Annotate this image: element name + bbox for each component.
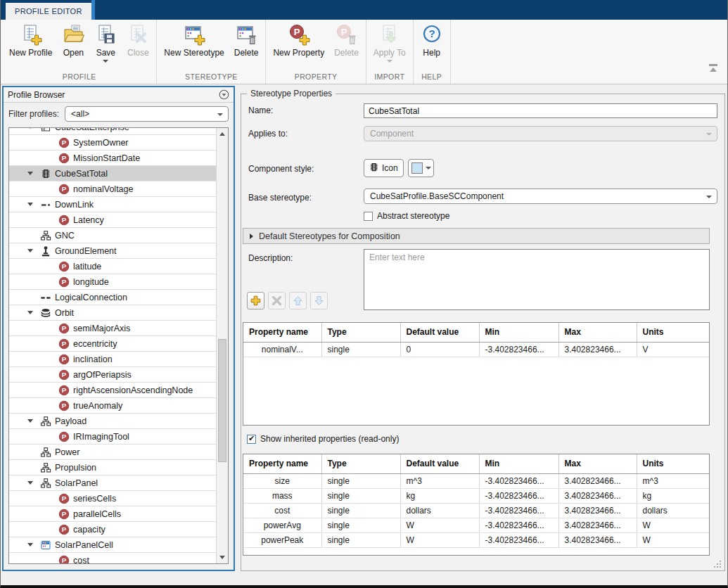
default-stereotypes-section[interactable]: Default Stereotypes for Composition (243, 228, 710, 244)
tree-item-cubesattotal[interactable]: CubeSatTotal (9, 166, 216, 181)
expand-caret-icon[interactable] (26, 311, 34, 314)
expand-caret-icon[interactable] (26, 203, 34, 206)
table-row[interactable]: costsingledollars-3.402823466...3.402823… (243, 503, 709, 518)
chevron-right-icon (250, 234, 253, 239)
tree-item-label: GroundElement (55, 246, 117, 256)
ribbon-button-new-property[interactable]: PNew Property (268, 22, 329, 58)
component-icon (40, 462, 51, 473)
abstract-stereotype-checkbox[interactable] (364, 212, 373, 221)
table-cell: dollars (637, 503, 709, 518)
tree-item-solarpanel[interactable]: SolarPanel (9, 475, 216, 491)
table-cell[interactable]: 0 (400, 342, 479, 357)
property-icon: P (58, 369, 70, 381)
tree-item-gnc[interactable]: GNC (9, 228, 216, 243)
tree-item-cost[interactable]: Pcost (9, 553, 216, 564)
resize-grip[interactable] (714, 561, 721, 568)
tree-item-power[interactable]: Power (9, 445, 216, 460)
ribbon-button-new-stereotype[interactable]: New Stereotype (159, 22, 229, 58)
ribbon-button-label: Apply To (373, 48, 406, 58)
table-row[interactable]: sizesinglem^3-3.402823466...3.402823466.… (243, 473, 709, 488)
arrow-down-icon (313, 295, 325, 307)
ribbon-group-label: IMPORT (369, 71, 411, 84)
tree-item-label: seriesCells (73, 494, 116, 504)
tree-item-logicalconnection[interactable]: LogicalConnection (9, 290, 216, 305)
tree-item-cubesatenterprise[interactable]: CubeSatEnterprise (9, 127, 216, 135)
tree-item-trueanomaly[interactable]: PtrueAnomaly (9, 398, 216, 414)
tree-item-irimagingtool[interactable]: PIRImagingTool (9, 429, 216, 445)
table-cell[interactable]: 3.402823466... (558, 342, 637, 357)
tree-item-longitude[interactable]: Plongitude (9, 274, 216, 290)
expand-caret-icon[interactable] (26, 419, 34, 423)
delete-property-icon: P (335, 23, 357, 46)
collapse-ribbon-icon[interactable] (708, 64, 719, 72)
tree-item-rightascensionascendingnode[interactable]: PrightAscensionAscendingNode (9, 383, 216, 398)
expand-caret-icon[interactable] (26, 127, 34, 129)
scrollbar-thumb[interactable] (218, 339, 226, 462)
expand-caret-icon[interactable] (26, 249, 34, 253)
name-input[interactable] (364, 103, 717, 118)
add-property-button[interactable] (247, 292, 264, 309)
tree-item-nominalvoltage[interactable]: PnominalVoltage (9, 181, 216, 197)
tree-item-propulsion[interactable]: Propulsion (9, 460, 216, 475)
expand-caret-icon[interactable] (26, 172, 34, 175)
help-icon: ? (421, 23, 443, 46)
table-cell: 3.402823466... (558, 488, 637, 503)
tree-item-capacity[interactable]: Pcapacity (9, 522, 216, 537)
column-header-units: Units (637, 454, 709, 473)
ribbon-group-help: ?HelpHELP (414, 20, 451, 84)
tree-item-latency[interactable]: PLatency (9, 212, 216, 228)
tree-item-parallelcells[interactable]: PparallelCells (9, 506, 216, 522)
ribbon-button-save[interactable]: Save (89, 22, 122, 63)
tree-item-label: IRImagingTool (73, 432, 129, 442)
table-cell[interactable]: single (321, 342, 400, 357)
tree-item-seriescells[interactable]: PseriesCells (9, 491, 216, 506)
expand-caret-icon[interactable] (26, 481, 34, 485)
base-stereotype-dropdown[interactable]: CubeSatProfile.BaseSCComponent (364, 188, 717, 204)
tree-item-payload[interactable]: Payload (9, 414, 216, 429)
table-cell[interactable]: V (637, 342, 709, 357)
tree-item-solarpanelcell[interactable]: SolarPanelCell (9, 537, 216, 553)
svg-text:P: P (341, 27, 347, 37)
tree-item-semimajoraxis[interactable]: PsemiMajorAxis (9, 321, 216, 336)
tree-item-inclination[interactable]: Pinclination (9, 352, 216, 367)
ribbon-button-open[interactable]: Open (57, 22, 89, 58)
column-header-default-value: Default value (400, 454, 479, 473)
table-row[interactable]: powerAvgsingleW-3.402823466...3.40282346… (243, 518, 709, 532)
scroll-up-icon[interactable] (217, 128, 228, 140)
tab-profile-editor[interactable]: PROFILE EDITOR (6, 3, 91, 20)
component-icon-button[interactable]: Icon (364, 159, 404, 177)
panel-menu-icon[interactable] (219, 89, 229, 100)
icon-button-label: Icon (382, 163, 398, 173)
tree-item-downlink[interactable]: DownLink (9, 197, 216, 212)
description-textarea[interactable]: Enter text here (364, 249, 710, 310)
profile-editor-window: PROFILE EDITOR New ProfileOpenSaveCloseP… (0, 0, 728, 588)
expand-caret-icon[interactable] (26, 543, 34, 547)
chevron-down-icon (706, 133, 712, 136)
show-inherited-row: Show inherited properties (read-only) (247, 434, 399, 444)
scroll-down-icon[interactable] (217, 551, 228, 563)
tree-item-groundelement[interactable]: GroundElement (9, 243, 216, 259)
table-cell: W (400, 518, 479, 532)
table-row[interactable]: masssinglekg-3.402823466...3.402823466..… (243, 488, 709, 503)
table-cell[interactable]: -3.402823466... (479, 342, 558, 357)
ribbon-button-delete[interactable]: Delete (229, 22, 264, 58)
tree-item-argofperiapsis[interactable]: PargOfPeriapsis (9, 367, 216, 383)
show-inherited-checkbox[interactable] (247, 435, 256, 444)
table-row[interactable]: nominalV...single0-3.402823466...3.40282… (243, 342, 709, 357)
ribbon-group-stereotype: New StereotypeDeleteSTEREOTYPE (157, 20, 266, 84)
property-icon: P (58, 261, 70, 272)
table-row[interactable]: powerPeaksingleW-3.402823466...3.4028234… (243, 532, 709, 547)
filter-profiles-dropdown[interactable]: <all> (65, 106, 229, 122)
tree-item-label: CubeSatEnterprise (55, 127, 129, 132)
svg-text:?: ? (428, 27, 435, 39)
table-cell[interactable]: nominalV... (243, 342, 321, 357)
tree-item-latitude[interactable]: Platitude (9, 259, 216, 274)
tree-item-systemowner[interactable]: PSystemOwner (9, 135, 216, 151)
tree-item-eccentricity[interactable]: Peccentricity (9, 336, 216, 352)
ribbon-button-new-profile[interactable]: New Profile (4, 22, 57, 58)
component-color-picker[interactable] (408, 159, 434, 177)
tree-item-missionstartdate[interactable]: PMissionStartDate (9, 151, 216, 166)
ribbon-button-help[interactable]: ?Help (416, 22, 448, 58)
tree-item-orbit[interactable]: Orbit (9, 305, 216, 321)
tree-scrollbar[interactable] (216, 128, 228, 563)
